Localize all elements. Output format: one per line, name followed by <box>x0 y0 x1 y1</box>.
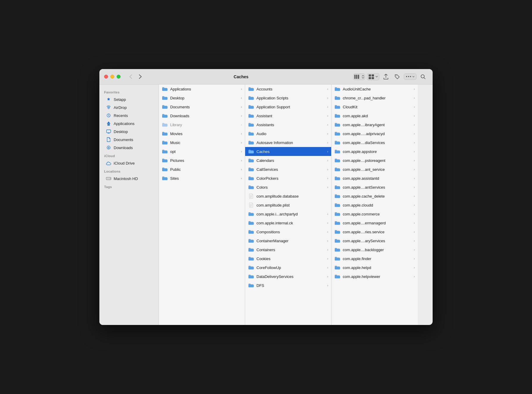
file-item-cookies[interactable]: Cookies› <box>245 254 331 263</box>
sidebar-item-macintosh-hd[interactable]: Macintosh HD <box>101 175 157 182</box>
file-item-com-apple-cache-delete[interactable]: com.apple.cache_delete› <box>331 192 418 201</box>
file-item-com-apple-ant-service[interactable]: com.apple....ant_service› <box>331 165 418 174</box>
file-item-com-amplitude-plist[interactable]: com.amplitude.plist <box>245 201 331 209</box>
maximize-button[interactable] <box>117 75 121 79</box>
file-item-com-apple-i-archpartyd[interactable]: com.apple.i...archpartyd› <box>245 209 331 218</box>
file-item-com-apple-pstoreagent[interactable]: com.apple....pstoreagent› <box>331 156 418 165</box>
file-item-compositions[interactable]: Compositions› <box>245 227 331 236</box>
file-item-com-apple-finder[interactable]: com.apple.finder› <box>331 254 418 263</box>
file-item-com-apple-appstore[interactable]: com.apple.appstore› <box>331 147 418 156</box>
file-item-music[interactable]: Music› <box>159 138 245 147</box>
file-name: com.apple....aryServices <box>343 239 413 243</box>
sidebar-item-label: iCloud Drive <box>114 161 135 165</box>
chevron-right-icon: › <box>414 221 415 225</box>
sidebar-item-applications[interactable]: Applications <box>101 120 157 127</box>
svg-rect-2 <box>358 75 359 79</box>
share-button[interactable] <box>381 72 391 82</box>
file-item-colorpickers[interactable]: ColorPickers› <box>245 174 331 183</box>
file-item-cloudkit[interactable]: CloudKit› <box>331 102 418 111</box>
file-item-com-apple-aryservices[interactable]: com.apple....aryServices› <box>331 236 418 245</box>
file-item-chrome-cr-pad-handler[interactable]: chrome_cr...pad_handler› <box>331 93 418 102</box>
sidebar-item-airdrop[interactable]: AirDrop <box>101 104 157 111</box>
file-item-com-apple-akd[interactable]: com.apple.akd› <box>331 111 418 120</box>
file-item-containers[interactable]: Containers› <box>245 245 331 254</box>
column-view-control[interactable] <box>353 74 365 80</box>
more-button[interactable]: ••• <box>404 74 417 80</box>
file-item-assistant[interactable]: Assistant› <box>245 111 331 120</box>
file-item-opt[interactable]: opt› <box>159 147 245 156</box>
file-item-com-apple-commerce[interactable]: com.apple.commerce› <box>331 209 418 218</box>
file-item-applications[interactable]: Applications› <box>159 85 245 93</box>
file-item-dfs[interactable]: DFS› <box>245 281 331 290</box>
sidebar-item-downloads[interactable]: Downloads <box>101 144 157 151</box>
file-item-com-apple-ermanagerd[interactable]: com.apple....ermanagerd› <box>331 218 418 227</box>
folder-icon <box>248 113 254 119</box>
file-item-audiounitcache[interactable]: AudioUnitCache› <box>331 85 418 93</box>
file-item-audio[interactable]: Audio› <box>245 129 331 138</box>
search-button[interactable] <box>418 72 428 82</box>
file-item-corefollowup[interactable]: CoreFollowUp› <box>245 263 331 272</box>
sidebar-item-setapp[interactable]: Setapp <box>101 96 157 103</box>
file-item-com-apple-adprivacyd[interactable]: com.apple.....adprivacyd› <box>331 129 418 138</box>
file-item-desktop[interactable]: Desktop› <box>159 93 245 102</box>
file-item-pictures[interactable]: Pictures› <box>159 156 245 165</box>
file-item-callservices[interactable]: CallServices› <box>245 165 331 174</box>
file-item-accounts[interactable]: Accounts› <box>245 85 331 93</box>
sidebar-item-icloud-drive[interactable]: iCloud Drive <box>101 159 157 167</box>
file-item-com-apple-assistantd[interactable]: com.apple.assistantd› <box>331 174 418 183</box>
file-item-com-apple-internal-ck[interactable]: com.apple.internal.ck› <box>245 218 331 227</box>
file-item-calendars[interactable]: Calendars› <box>245 156 331 165</box>
file-item-colors[interactable]: Colors› <box>245 183 331 192</box>
chevron-right-icon: › <box>327 159 328 162</box>
file-item-autosave-information[interactable]: Autosave Information› <box>245 138 331 147</box>
file-item-com-apple-antservices[interactable]: com.apple....antServices› <box>331 183 418 192</box>
view-chevrons[interactable] <box>362 75 364 79</box>
file-item-public[interactable]: Public› <box>159 165 245 174</box>
file-item-datadeliveryservices[interactable]: DataDeliveryServices› <box>245 272 331 281</box>
tag-button[interactable] <box>392 72 402 82</box>
file-item-com-apple-diaservices[interactable]: com.apple....diaServices› <box>331 138 418 147</box>
file-item-com-apple-ries-service[interactable]: com.apple....ries.service› <box>331 227 418 236</box>
grid-view-control[interactable] <box>367 73 379 80</box>
close-button[interactable] <box>104 75 108 79</box>
file-item-com-apple-ibraryagent[interactable]: com.apple....ibraryAgent› <box>331 120 418 129</box>
file-item-caches[interactable]: Caches› <box>245 147 331 156</box>
sidebar-item-desktop[interactable]: Desktop <box>101 128 157 135</box>
sidebar: Favorites Setapp AirDrop <box>99 85 159 325</box>
file-item-com-apple-helpviewer[interactable]: com.apple.helpviewer› <box>331 272 418 281</box>
file-name: com.apple....pstoreagent <box>343 158 413 163</box>
file-name: com.apple....ries.service <box>343 230 413 234</box>
file-item-assistants[interactable]: Assistants› <box>245 120 331 129</box>
file-item-containermanager[interactable]: ContainerManager› <box>245 236 331 245</box>
minimize-button[interactable] <box>110 75 114 79</box>
file-item-sites[interactable]: Sites› <box>159 174 245 183</box>
chevron-right-icon: › <box>327 105 328 109</box>
folder-icon <box>334 265 340 271</box>
sidebar-item-documents[interactable]: Documents <box>101 136 157 143</box>
file-item-application-scripts[interactable]: Application Scripts› <box>245 93 331 102</box>
folder-icon <box>162 104 168 110</box>
chevron-right-icon: › <box>414 275 415 278</box>
file-item-com-apple-backlogger[interactable]: com.apple....backlogger› <box>331 245 418 254</box>
chevron-right-icon: › <box>327 275 328 278</box>
file-item-com-apple-cloudd[interactable]: com.apple.cloudd› <box>331 201 418 209</box>
file-name: com.apple.commerce <box>343 212 413 216</box>
sidebar-item-recents[interactable]: Recents <box>101 112 157 119</box>
file-name: com.amplitude.plist <box>256 203 328 207</box>
file-item-application-support[interactable]: Application Support› <box>245 102 331 111</box>
file-item-downloads[interactable]: Downloads› <box>159 111 245 120</box>
file-item-movies[interactable]: Movies› <box>159 129 245 138</box>
file-item-com-amplitude-database[interactable]: com.amplitude.database <box>245 192 331 201</box>
file-name: ContainerManager <box>256 239 326 243</box>
file-item-library[interactable]: Library› <box>159 120 245 129</box>
file-item-documents[interactable]: Documents› <box>159 102 245 111</box>
downloads-icon <box>106 145 111 150</box>
svg-rect-4 <box>372 74 374 76</box>
file-name: com.apple....ibraryAgent <box>343 123 413 127</box>
chevron-right-icon: › <box>241 132 242 135</box>
folder-icon <box>248 211 254 217</box>
file-name: chrome_cr...pad_handler <box>343 96 413 100</box>
file-item-com-apple-helpd[interactable]: com.apple.helpd› <box>331 263 418 272</box>
file-name: Music <box>170 140 240 145</box>
file-name: com.apple....diaServices <box>343 140 413 145</box>
